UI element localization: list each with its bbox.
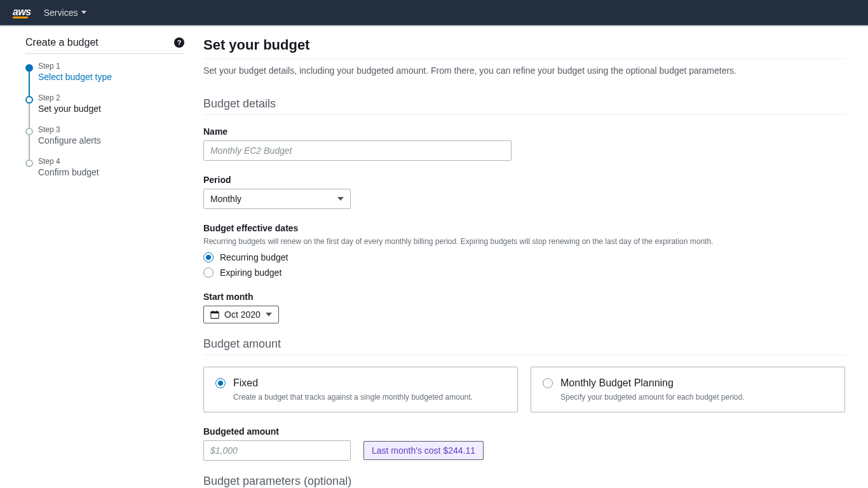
field-effective-dates: Budget effective dates Recurring budgets… bbox=[203, 223, 845, 278]
budgeted-amount-label: Budgeted amount bbox=[203, 426, 845, 437]
section-budget-parameters: Budget parameters (optional) bbox=[203, 475, 845, 488]
chevron-down-icon bbox=[337, 197, 344, 201]
step-label: Select budget type bbox=[38, 72, 184, 82]
chevron-down-icon bbox=[266, 313, 272, 316]
sidebar-title: Create a budget bbox=[25, 37, 98, 48]
section-budget-details: Budget details bbox=[203, 97, 845, 115]
svg-rect-1 bbox=[211, 312, 219, 314]
field-start-month: Start month Oct 2020 bbox=[203, 292, 845, 323]
section-budget-amount: Budget amount bbox=[203, 337, 845, 355]
aws-logo[interactable]: aws bbox=[13, 6, 31, 18]
start-month-value: Oct 2020 bbox=[224, 309, 261, 320]
planning-desc: Specify your budgeted amount for each bu… bbox=[560, 393, 833, 402]
page-description: Set your budget details, including your … bbox=[203, 58, 845, 91]
radio-icon bbox=[203, 268, 214, 278]
top-nav: aws Services bbox=[0, 0, 868, 25]
budget-amount-options: Fixed Create a budget that tracks agains… bbox=[203, 367, 845, 412]
recurring-label: Recurring budget bbox=[220, 252, 288, 262]
step-number: Step 2 bbox=[38, 93, 184, 102]
step-label: Configure alerts bbox=[38, 135, 184, 146]
chevron-down-icon bbox=[81, 11, 86, 14]
period-label: Period bbox=[203, 175, 845, 185]
services-menu[interactable]: Services bbox=[44, 8, 87, 18]
last-month-cost-button[interactable]: Last month's cost $244.11 bbox=[363, 441, 484, 460]
wizard-steps: Step 1 Select budget type Step 2 Set you… bbox=[25, 62, 184, 189]
start-month-picker[interactable]: Oct 2020 bbox=[203, 306, 279, 323]
step-label: Set your budget bbox=[38, 104, 184, 114]
start-month-label: Start month bbox=[203, 292, 845, 302]
services-label: Services bbox=[44, 8, 78, 18]
effective-dates-label: Budget effective dates bbox=[203, 223, 845, 233]
step-confirm-budget[interactable]: Step 4 Confirm budget bbox=[25, 157, 184, 189]
sidebar-header: Create a budget ? bbox=[25, 37, 184, 54]
radio-expiring-budget[interactable]: Expiring budget bbox=[203, 268, 845, 278]
sidebar: Create a budget ? Step 1 Select budget t… bbox=[0, 27, 191, 488]
planning-title: Monthly Budget Planning bbox=[560, 377, 674, 389]
field-period: Period Monthly bbox=[203, 175, 845, 209]
step-select-budget-type[interactable]: Step 1 Select budget type bbox=[25, 62, 184, 93]
step-label: Confirm budget bbox=[38, 167, 184, 177]
card-monthly-planning[interactable]: Monthly Budget Planning Specify your bud… bbox=[531, 367, 845, 412]
budgeted-amount-input[interactable] bbox=[203, 440, 351, 461]
radio-icon bbox=[543, 378, 553, 388]
calendar-icon bbox=[210, 310, 219, 319]
period-value: Monthly bbox=[210, 194, 241, 204]
page-title: Set your budget bbox=[203, 37, 845, 53]
radio-icon bbox=[215, 378, 226, 388]
field-name: Name bbox=[203, 126, 845, 161]
radio-icon bbox=[203, 252, 214, 262]
main-content: Set your budget Set your budget details,… bbox=[191, 27, 858, 488]
effective-dates-hint: Recurring budgets will renew on the firs… bbox=[203, 237, 845, 246]
card-fixed[interactable]: Fixed Create a budget that tracks agains… bbox=[203, 367, 518, 412]
step-set-your-budget[interactable]: Step 2 Set your budget bbox=[25, 93, 184, 125]
svg-rect-2 bbox=[213, 311, 214, 313]
step-number: Step 3 bbox=[38, 125, 184, 134]
period-select[interactable]: Monthly bbox=[203, 189, 351, 209]
fixed-desc: Create a budget that tracks against a si… bbox=[233, 393, 506, 402]
name-input[interactable] bbox=[203, 140, 512, 161]
step-number: Step 1 bbox=[38, 62, 184, 71]
expiring-label: Expiring budget bbox=[220, 268, 281, 278]
help-icon[interactable]: ? bbox=[174, 37, 184, 48]
svg-rect-3 bbox=[216, 311, 217, 313]
radio-recurring-budget[interactable]: Recurring budget bbox=[203, 252, 845, 262]
step-number: Step 4 bbox=[38, 157, 184, 166]
field-budgeted-amount: Budgeted amount Last month's cost $244.1… bbox=[203, 426, 845, 461]
name-label: Name bbox=[203, 126, 845, 137]
fixed-title: Fixed bbox=[233, 377, 258, 389]
step-configure-alerts[interactable]: Step 3 Configure alerts bbox=[25, 125, 184, 157]
